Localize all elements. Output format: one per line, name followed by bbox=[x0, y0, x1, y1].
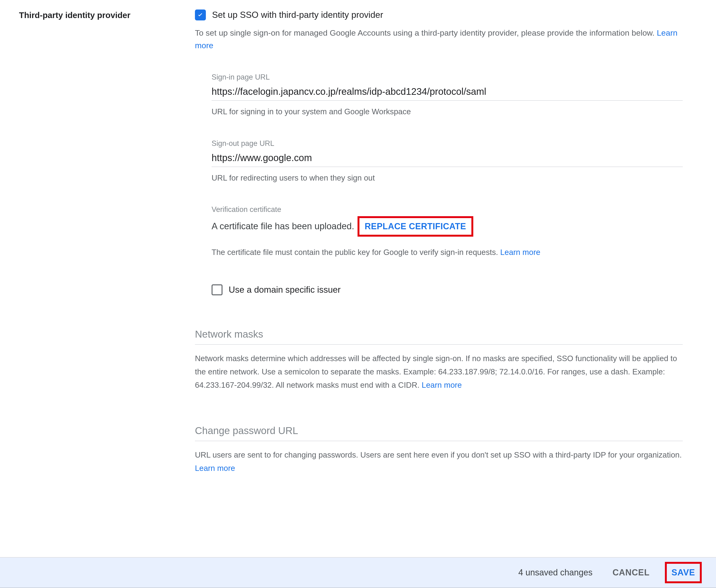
verification-cert-label: Verification certificate bbox=[211, 205, 683, 214]
cert-help-text: The certificate file must contain the pu… bbox=[211, 246, 683, 258]
footer-bar: 4 unsaved changes CANCEL SAVE bbox=[0, 557, 716, 588]
change-password-section: Change password URL URL users are sent t… bbox=[195, 425, 683, 475]
unsaved-changes-text: 4 unsaved changes bbox=[518, 568, 592, 578]
section-title: Third-party identity provider bbox=[19, 9, 195, 20]
cancel-button[interactable]: CANCEL bbox=[610, 564, 653, 581]
signout-url-label: Sign-out page URL bbox=[211, 139, 683, 148]
checkbox-checked-icon[interactable] bbox=[195, 9, 206, 20]
network-masks-learn-more-link[interactable]: Learn more bbox=[422, 381, 462, 390]
save-button-highlight: SAVE bbox=[665, 562, 702, 583]
replace-certificate-button[interactable]: REPLACE CERTIFICATE bbox=[364, 219, 467, 234]
domain-issuer-checkbox-row[interactable]: Use a domain specific issuer bbox=[211, 285, 683, 295]
change-password-learn-more-link[interactable]: Learn more bbox=[195, 464, 235, 472]
change-password-heading: Change password URL bbox=[195, 425, 683, 441]
network-masks-desc: Network masks determine which addresses … bbox=[195, 352, 683, 392]
signin-url-help: URL for signing in to your system and Go… bbox=[211, 105, 683, 118]
save-button[interactable]: SAVE bbox=[670, 564, 697, 581]
signin-url-label: Sign-in page URL bbox=[211, 73, 683, 82]
verification-cert-field: Verification certificate A certificate f… bbox=[211, 205, 683, 258]
cert-status-text: A certificate file has been uploaded. bbox=[211, 221, 354, 231]
sso-description: To set up single sign-on for managed Goo… bbox=[195, 27, 683, 51]
network-masks-section: Network masks Network masks determine wh… bbox=[195, 329, 683, 392]
checkbox-unchecked-icon[interactable] bbox=[211, 285, 223, 295]
signout-url-help: URL for redirecting users to when they s… bbox=[211, 172, 683, 184]
domain-issuer-label: Use a domain specific issuer bbox=[229, 285, 341, 295]
signin-url-field: Sign-in page URL URL for signing in to y… bbox=[211, 73, 683, 118]
sso-checkbox-row[interactable]: Set up SSO with third-party identity pro… bbox=[195, 9, 683, 20]
sso-checkbox-label: Set up SSO with third-party identity pro… bbox=[212, 10, 383, 20]
signin-url-input[interactable] bbox=[211, 84, 683, 101]
change-password-desc: URL users are sent to for changing passw… bbox=[195, 448, 683, 475]
cert-learn-more-link[interactable]: Learn more bbox=[500, 248, 540, 257]
network-masks-heading: Network masks bbox=[195, 329, 683, 345]
signout-url-field: Sign-out page URL URL for redirecting us… bbox=[211, 139, 683, 184]
replace-cert-highlight: REPLACE CERTIFICATE bbox=[357, 216, 473, 237]
signout-url-input[interactable] bbox=[211, 150, 683, 167]
